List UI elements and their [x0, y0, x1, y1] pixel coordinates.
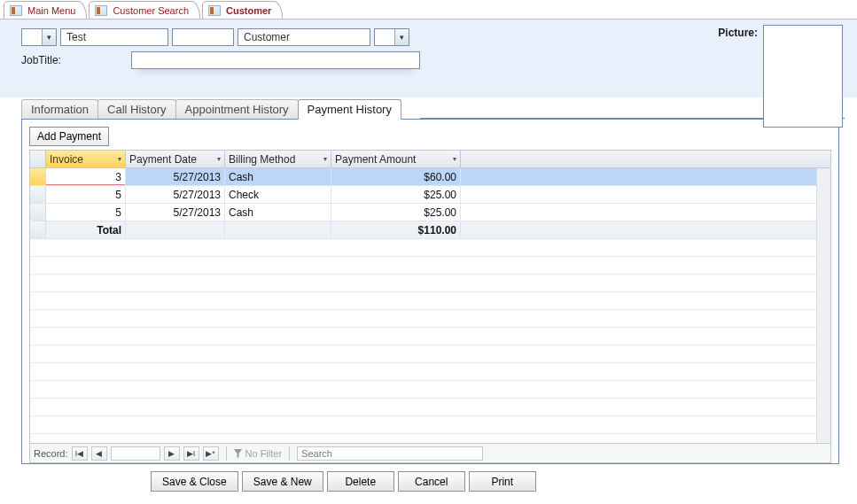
row-selector[interactable] [30, 186, 46, 203]
row-selector[interactable] [30, 168, 46, 185]
object-tab-label: Main Menu [27, 5, 75, 16]
save-close-button[interactable]: Save & Close [151, 471, 238, 492]
cell-method[interactable]: Cash [225, 168, 331, 185]
cell-date[interactable]: 5/27/2013 [126, 186, 225, 203]
form-icon [10, 5, 22, 16]
cell-method[interactable]: Cash [225, 204, 331, 221]
datasheet-header: Invoice▾ Payment Date▾ Billing Method▾ P… [30, 151, 830, 168]
row-selector[interactable] [30, 204, 46, 221]
payment-history-page: Add Payment Invoice▾ Payment Date▾ Billi… [21, 119, 839, 464]
total-label: Total [46, 221, 126, 238]
vertical-scrollbar[interactable] [816, 168, 830, 443]
add-payment-button[interactable]: Add Payment [29, 127, 109, 146]
middle-name-field[interactable] [172, 28, 234, 46]
tab-payment-history[interactable]: Payment History [298, 99, 401, 120]
suffix-combo[interactable]: ▾ [374, 28, 409, 46]
column-payment-date[interactable]: Payment Date▾ [126, 151, 225, 167]
filter-indicator[interactable]: No Filter [234, 448, 283, 459]
first-name-field[interactable]: Test [60, 28, 168, 46]
save-new-button[interactable]: Save & New [242, 471, 323, 492]
cell-invoice[interactable]: 5 [46, 186, 126, 203]
form-icon [208, 5, 221, 16]
cell-date[interactable]: 5/27/2013 [126, 168, 225, 185]
last-name-field[interactable]: Customer [238, 28, 370, 46]
column-billing-method[interactable]: Billing Method▾ [225, 151, 331, 167]
customer-header-form: ▾ Test Customer ▾ JobTitle: Picture: [0, 19, 857, 97]
delete-button[interactable]: Delete [327, 471, 394, 492]
row-selector [30, 221, 46, 238]
column-payment-amount[interactable]: Payment Amount▾ [331, 151, 461, 167]
chevron-down-icon: ▾ [394, 29, 409, 45]
cell-date[interactable]: 5/27/2013 [126, 204, 225, 221]
payments-datasheet: Invoice▾ Payment Date▾ Billing Method▾ P… [29, 150, 831, 463]
detail-tabs: Information Call History Appointment His… [21, 97, 839, 464]
record-search-input[interactable]: Search [297, 446, 483, 461]
record-label: Record: [34, 448, 68, 459]
cancel-button[interactable]: Cancel [398, 471, 465, 492]
cell-amount[interactable]: $25.00 [331, 204, 461, 221]
record-navigator: Record: I◀ ◀ ▶ ▶I ▶* No Filter Search [30, 443, 830, 462]
cell-invoice[interactable]: 5 [46, 204, 126, 221]
total-amount: $110.00 [331, 221, 461, 238]
object-tab-label: Customer Search [113, 5, 189, 16]
datasheet-body: 3 5/27/2013 Cash $60.00 5 5/27/2013 Chec… [30, 168, 830, 443]
cell-amount[interactable]: $60.00 [331, 168, 461, 185]
nav-new-button[interactable]: ▶* [203, 446, 219, 461]
column-invoice[interactable]: Invoice▾ [46, 151, 126, 167]
table-total-row: Total $110.00 [30, 221, 830, 239]
tab-appointment-history[interactable]: Appointment History [175, 99, 299, 119]
tab-information[interactable]: Information [21, 99, 98, 119]
picture-box[interactable] [763, 25, 843, 128]
picture-label: Picture: [718, 27, 758, 39]
funnel-icon [234, 449, 243, 458]
cell-method[interactable]: Check [225, 186, 331, 203]
object-tab-customer-search[interactable]: Customer Search [89, 1, 200, 19]
nav-last-button[interactable]: ▶I [183, 446, 199, 461]
object-tabs: Main Menu Customer Search Customer [0, 0, 857, 19]
tab-call-history[interactable]: Call History [97, 99, 175, 119]
table-row[interactable]: 3 5/27/2013 Cash $60.00 [30, 168, 830, 186]
chevron-down-icon: ▾ [42, 29, 56, 45]
object-tab-label: Customer [226, 5, 271, 16]
object-tab-customer[interactable]: Customer [202, 1, 283, 19]
chevron-down-icon: ▾ [118, 155, 121, 163]
jobtitle-label: JobTitle: [21, 54, 78, 66]
chevron-down-icon: ▾ [217, 155, 221, 163]
prefix-combo[interactable]: ▾ [21, 28, 57, 46]
record-number-field[interactable] [111, 446, 160, 461]
print-button[interactable]: Print [469, 471, 536, 492]
jobtitle-field[interactable] [131, 51, 420, 69]
nav-first-button[interactable]: I◀ [72, 446, 88, 461]
form-icon [95, 5, 107, 16]
form-action-buttons: Save & Close Save & New Delete Cancel Pr… [0, 464, 857, 492]
table-row[interactable]: 5 5/27/2013 Check $25.00 [30, 186, 830, 204]
chevron-down-icon: ▾ [323, 155, 327, 163]
object-tab-main-menu[interactable]: Main Menu [4, 1, 87, 19]
select-all-corner[interactable] [30, 151, 46, 167]
chevron-down-icon: ▾ [453, 155, 456, 163]
nav-prev-button[interactable]: ◀ [91, 446, 107, 461]
cell-amount[interactable]: $25.00 [331, 186, 461, 203]
table-row[interactable]: 5 5/27/2013 Cash $25.00 [30, 204, 830, 221]
nav-next-button[interactable]: ▶ [164, 446, 180, 461]
cell-invoice[interactable]: 3 [46, 168, 126, 185]
